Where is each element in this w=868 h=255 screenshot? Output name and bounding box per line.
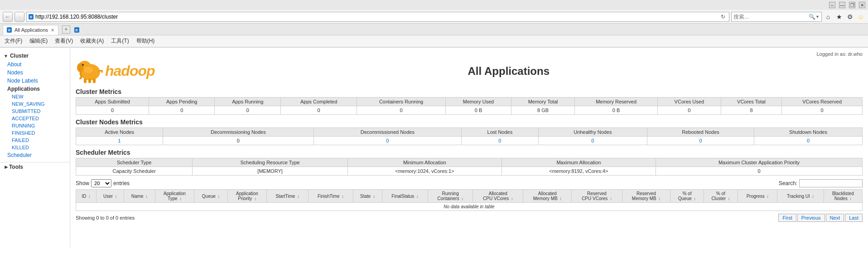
cluster-label: Cluster: [10, 53, 29, 59]
col-id[interactable]: ID ↕: [76, 190, 96, 203]
new-tab-icon[interactable]: +: [62, 25, 70, 34]
sidebar-item-nodes[interactable]: Nodes: [0, 69, 70, 77]
col-application-type[interactable]: ApplicationType ↕: [155, 190, 194, 203]
menu-edit[interactable]: 编辑(E): [29, 37, 48, 45]
val-minimum-allocation: <memory:1024, vCores:1>: [347, 167, 502, 176]
col-progress[interactable]: Progress ↕: [738, 190, 777, 203]
val-vcores-used: 0: [658, 106, 721, 115]
col-apps-completed: Apps Completed: [281, 98, 357, 106]
col-name[interactable]: Name ↕: [124, 190, 155, 203]
search-bar: 🔍 ▼: [731, 12, 822, 22]
col-pct-cluster[interactable]: % ofCluster ↕: [704, 190, 738, 203]
alloc-mem-sort-icon: ↕: [559, 196, 562, 201]
col-user[interactable]: User ↕: [96, 190, 124, 203]
sidebar-item-about[interactable]: About: [0, 60, 70, 69]
col-vcores-total: VCores Total: [721, 98, 782, 106]
menu-file[interactable]: 文件(F): [4, 37, 23, 45]
active-tab[interactable]: e All Applications ✕: [3, 25, 58, 35]
show-entries-select[interactable]: 20 50 100: [91, 179, 111, 187]
menu-view[interactable]: 查看(V): [54, 37, 74, 45]
val-decommissioned-nodes[interactable]: 0: [313, 137, 461, 145]
col-blacklisted-nodes[interactable]: BlacklistedNodes ↕: [824, 190, 862, 203]
forward-button[interactable]: →: [14, 12, 24, 22]
sidebar-tools-header[interactable]: ► Tools: [0, 162, 70, 172]
sidebar-item-finished[interactable]: FINISHED: [5, 129, 70, 137]
sidebar: ▼ Cluster About Nodes Node Labels Applic…: [0, 48, 70, 247]
sidebar-item-submitted[interactable]: SUBMITTED: [5, 108, 70, 115]
col-finalstatus[interactable]: FinalStatus ↕: [382, 190, 428, 203]
pct-queue-sort-icon: ↕: [694, 196, 696, 201]
val-apps-submitted: 0: [76, 106, 149, 115]
home-icon[interactable]: ⌂: [824, 12, 833, 21]
col-tracking-ui[interactable]: Tracking UI ↕: [777, 190, 824, 203]
first-page-btn[interactable]: First: [778, 214, 796, 222]
sidebar-cluster-header[interactable]: ▼ Cluster: [0, 51, 70, 60]
val-unhealthy-nodes[interactable]: 0: [538, 137, 647, 145]
col-scheduler-type: Scheduler Type: [76, 158, 193, 167]
col-vcores-reserved: VCores Reserved: [782, 98, 863, 106]
col-reserved-memory-mb[interactable]: ReservedMemory MB ↕: [622, 190, 670, 203]
favorites-icon[interactable]: ★: [834, 12, 844, 21]
menu-tools[interactable]: 工具(T): [110, 37, 130, 45]
search-dropdown-icon[interactable]: ▼: [815, 15, 820, 19]
tab-bar: e All Applications ✕ + e: [0, 24, 868, 35]
svg-rect-4: [84, 78, 87, 83]
last-page-btn[interactable]: Last: [845, 214, 863, 222]
sidebar-item-failed[interactable]: FAILED: [5, 137, 70, 144]
val-memory-used: 0 B: [446, 106, 511, 115]
hadoop-elephant-icon: [76, 59, 105, 83]
sidebar-item-scheduler[interactable]: Scheduler: [0, 151, 70, 159]
val-vcores-total: 8: [721, 106, 782, 115]
col-state[interactable]: State ↕: [353, 190, 382, 203]
browser-icon: e: [29, 14, 34, 20]
sidebar-item-killed[interactable]: KILLED: [5, 144, 70, 151]
sidebar-item-new[interactable]: NEW: [5, 93, 70, 100]
table-search-input[interactable]: [799, 179, 863, 187]
val-lost-nodes[interactable]: 0: [462, 137, 539, 145]
col-running-containers[interactable]: RunningContainers ↕: [428, 190, 473, 203]
refresh-button[interactable]: ↻: [719, 13, 727, 21]
name-sort-icon: ↕: [145, 194, 148, 199]
minimize-btn[interactable]: —: [839, 2, 845, 8]
starttime-sort-icon: ↕: [297, 194, 299, 199]
tools-arrow-icon: ►: [4, 164, 9, 170]
tab-close-btn[interactable]: ✕: [51, 28, 54, 33]
col-starttime[interactable]: StartTime ↕: [267, 190, 308, 203]
next-page-btn[interactable]: Next: [826, 214, 844, 222]
cluster-nodes-row: 1 0 0 0 0 0 0: [76, 137, 863, 145]
val-apps-running: 0: [215, 106, 281, 115]
menu-favorites[interactable]: 收藏夹(A): [79, 37, 105, 45]
col-pct-queue[interactable]: % ofQueue ↕: [670, 190, 704, 203]
col-allocated-memory-mb[interactable]: AllocatedMemory MB ↕: [523, 190, 572, 203]
svg-rect-5: [88, 78, 91, 83]
col-reserved-cpu-vcores[interactable]: ReservedCPU VCores ↕: [572, 190, 622, 203]
main-content: Logged in as: dr.who: [70, 48, 868, 247]
back-button[interactable]: ←: [3, 12, 13, 22]
finishtime-sort-icon: ↕: [342, 194, 344, 199]
hadoop-text: hadoop: [105, 63, 155, 79]
val-shutdown-nodes[interactable]: 0: [754, 137, 863, 145]
search-label: Search:: [779, 180, 797, 186]
maximize-btn[interactable]: ❐: [849, 2, 855, 8]
col-application-priority[interactable]: ApplicationPriority ↕: [227, 190, 267, 203]
val-active-nodes[interactable]: 1: [76, 137, 163, 145]
settings-icon[interactable]: ⚙: [845, 12, 854, 21]
val-rebooted-nodes[interactable]: 0: [647, 137, 754, 145]
col-decommissioning-nodes: Decommissioning Nodes: [163, 128, 314, 137]
user-icon[interactable]: ☺: [856, 12, 865, 21]
menu-help[interactable]: 帮助(H): [135, 37, 156, 45]
browser-search-input[interactable]: [733, 14, 809, 20]
previous-page-btn[interactable]: Previous: [797, 214, 825, 222]
sidebar-item-accepted[interactable]: ACCEPTED: [5, 115, 70, 122]
tab-ie-icon[interactable]: e: [72, 25, 81, 34]
sidebar-item-new-saving[interactable]: NEW_SAVING: [5, 100, 70, 108]
col-allocated-cpu-vcores[interactable]: AllocatedCPU VCores ↕: [473, 190, 523, 203]
show-label: Show: [76, 180, 89, 186]
col-queue[interactable]: Queue ↕: [194, 190, 227, 203]
sidebar-item-node-labels[interactable]: Node Labels: [0, 77, 70, 85]
col-finishtime[interactable]: FinishTime ↕: [308, 190, 353, 203]
address-input[interactable]: [35, 14, 719, 20]
close-btn[interactable]: ✕: [859, 2, 865, 8]
sidebar-item-running[interactable]: RUNNING: [5, 122, 70, 129]
title-bar-arrow-btn[interactable]: ↔: [829, 2, 835, 8]
